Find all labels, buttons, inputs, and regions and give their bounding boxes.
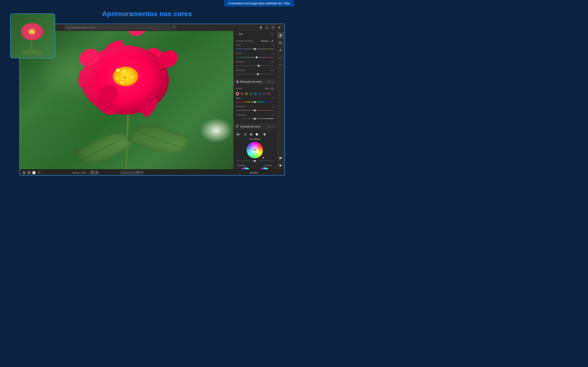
eye-icon[interactable]	[271, 33, 274, 35]
target-adjustment-button[interactable]	[271, 87, 274, 90]
color-slider-2[interactable]	[236, 64, 274, 67]
star-5[interactable]: ★	[133, 171, 135, 174]
midtones-label: Tons Médios	[236, 137, 274, 141]
mixer-value-0: 0	[273, 97, 274, 99]
chevron-down-icon: ⌄	[269, 88, 271, 90]
comment-icon	[279, 157, 282, 160]
color-swatch-4[interactable]	[254, 92, 257, 95]
mask-tool[interactable]	[277, 54, 284, 61]
eyedropper-button[interactable]	[271, 40, 274, 42]
versions-button[interactable]: Versões	[233, 171, 274, 174]
color-swatch-5[interactable]	[258, 92, 261, 95]
svg-rect-18	[91, 172, 94, 173]
color-swatch-7[interactable]	[267, 92, 270, 95]
mixer-value-1: 0	[273, 105, 274, 108]
trial-banner: A assinatura será paga após avaliação de…	[224, 0, 294, 7]
mask-icon	[279, 56, 282, 59]
luminance-slider[interactable]	[236, 159, 274, 162]
svg-point-7	[279, 65, 280, 65]
compare-toggle-button[interactable]	[95, 171, 98, 174]
star-2[interactable]: ★	[124, 171, 126, 174]
grading-highlights-button[interactable]	[255, 132, 259, 136]
grading-global-button[interactable]	[262, 132, 267, 136]
flag-pick-button[interactable]	[137, 171, 139, 174]
color-slider-3[interactable]	[236, 73, 274, 75]
bell-icon	[259, 26, 263, 29]
flag-filled-icon	[140, 171, 143, 174]
flag-reject-button[interactable]	[140, 171, 143, 174]
color-swatch-2[interactable]	[245, 92, 248, 95]
mixer-label-0: Matiz	[236, 97, 273, 99]
star-1[interactable]: ★	[121, 171, 123, 174]
grading-shadows-button[interactable]	[243, 132, 247, 136]
color-value-3: + 9	[271, 69, 274, 71]
color-swatch-1[interactable]	[240, 92, 243, 95]
heal-tool[interactable]	[277, 47, 284, 53]
page-title: Aprimoramentos nas cores	[102, 10, 192, 18]
edit-tool[interactable]	[277, 32, 284, 39]
tag-icon	[279, 164, 282, 167]
cloud-sync-button[interactable]	[276, 25, 282, 30]
more-tools[interactable]	[277, 62, 284, 68]
color-swatch-6[interactable]	[263, 92, 266, 95]
zoom-dropdown[interactable]: 100% ⌄	[81, 171, 89, 174]
saturation-dot[interactable]	[262, 157, 264, 159]
detail-view-button[interactable]	[32, 171, 36, 175]
mixer-panel-header[interactable]: Misturador de cores ⌄	[233, 79, 276, 84]
color-panel-header[interactable]: ⌄ Cor	[233, 31, 276, 37]
adjust-label: Ajustes	[236, 87, 265, 90]
filter-button[interactable]	[171, 25, 177, 30]
app-window: Pesquisar Sharad Smith	[19, 24, 285, 175]
fit-label[interactable]: Ajustar	[72, 171, 79, 174]
compare-view-button[interactable]	[27, 171, 31, 175]
svg-rect-10	[23, 171, 24, 173]
color-slider-0[interactable]	[236, 48, 274, 50]
chevron-down-icon[interactable]: ⌄	[272, 80, 274, 83]
svg-rect-20	[97, 171, 98, 174]
midtones-color-wheel[interactable]	[247, 142, 263, 158]
wb-dropdown[interactable]: Person.⌄	[261, 40, 271, 42]
grading-panel-header[interactable]: Correção de cores ⌄	[233, 124, 276, 129]
cloud-icon	[278, 26, 281, 29]
search-input[interactable]: Pesquisar Sharad Smith	[64, 25, 171, 30]
adjust-dropdown[interactable]: Cor⌄	[265, 87, 271, 90]
color-panel-title: Cor	[239, 33, 270, 35]
star-4[interactable]: ★	[130, 171, 132, 174]
share-button[interactable]	[264, 25, 270, 30]
wb-label: Equilíbrio de branco	[236, 40, 261, 42]
color-swatch-3[interactable]	[249, 92, 252, 95]
chevron-down-icon: ⌄	[269, 40, 271, 42]
grid-view-button[interactable]	[22, 171, 26, 175]
svg-rect-19	[95, 171, 96, 174]
filmstrip-button[interactable]	[90, 171, 94, 174]
grading-panel: Tons Médios Sombras Realces	[233, 129, 276, 169]
notifications-button[interactable]	[258, 25, 264, 30]
mixer-slider-1[interactable]	[236, 109, 274, 112]
search-placeholder: Pesquisar Sharad Smith	[71, 26, 95, 29]
shadows-color-wheel[interactable]	[240, 167, 251, 169]
sort-button[interactable]: ⌄	[38, 171, 44, 174]
highlights-color-wheel[interactable]	[259, 167, 270, 169]
help-button[interactable]	[270, 25, 276, 30]
flag-icon	[137, 171, 139, 174]
crop-tool[interactable]	[277, 40, 284, 46]
shadows-label: Sombras	[237, 164, 246, 167]
mixer-slider-0[interactable]	[236, 100, 274, 103]
comments-button[interactable]	[277, 155, 284, 161]
star-3[interactable]: ★	[127, 171, 129, 174]
thumbnail-image	[11, 14, 55, 58]
mixer-title: Misturador de cores	[240, 80, 267, 83]
chevron-down-icon[interactable]: ⌄	[272, 125, 274, 128]
grading-midtones-button[interactable]	[249, 132, 253, 136]
eye-icon[interactable]	[268, 125, 270, 128]
color-slider-1[interactable]	[236, 56, 274, 59]
grading-all-button[interactable]	[236, 132, 240, 136]
mixer-slider-2[interactable]	[236, 117, 274, 120]
bandage-icon	[279, 49, 282, 52]
eye-icon[interactable]	[268, 81, 270, 83]
svg-rect-11	[24, 171, 25, 173]
svg-point-9	[281, 65, 282, 65]
color-swatch-0[interactable]	[236, 92, 239, 95]
keywords-button[interactable]	[277, 162, 284, 169]
chevron-down-icon: ⌄	[236, 33, 237, 35]
